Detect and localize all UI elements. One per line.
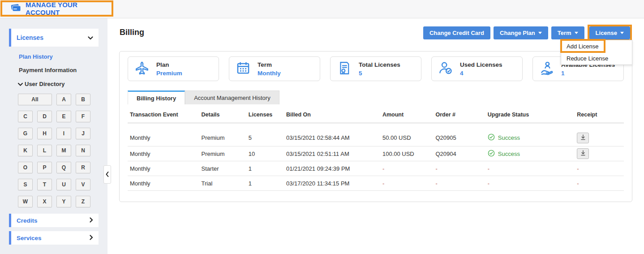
credits-label: Credits — [17, 217, 38, 224]
user-directory-label: User Directory — [25, 81, 65, 87]
table-row: MonthlyTrial103/17/2020 11:34:15 PM---- — [128, 176, 624, 191]
cell-billed-on: 03/17/2020 11:34:15 PM — [284, 180, 380, 187]
table-row: MonthlyStarter101/21/2021 09:24:39 PM---… — [128, 161, 624, 176]
sidebar-item-plan-history[interactable]: Plan History — [19, 53, 107, 60]
letter-button-m[interactable]: M — [56, 145, 71, 156]
cell-billed-on: 03/15/2021 02:58:44 AM — [284, 134, 380, 141]
letter-button-q[interactable]: Q — [56, 162, 71, 173]
download-icon — [580, 134, 586, 142]
change-plan-label: Change Plan — [500, 30, 535, 36]
wallet-icon — [10, 3, 22, 14]
check-circle-icon — [488, 133, 495, 142]
sidebar: Licenses Plan History Payment Informatio… — [0, 18, 107, 254]
letter-button-p[interactable]: P — [37, 162, 52, 173]
letter-button-g[interactable]: G — [18, 128, 33, 139]
term-button[interactable]: Term — [551, 26, 584, 39]
term-label: Term — [558, 30, 571, 36]
cell-upgrade-status: Success — [485, 133, 575, 142]
letter-button-l[interactable]: L — [37, 145, 52, 156]
caret-down-icon — [575, 32, 578, 34]
table-row: MonthlyPremium1003/15/2021 02:51:11 AM10… — [128, 146, 624, 161]
letter-button-all[interactable]: All — [18, 94, 52, 105]
sidebar-item-licenses[interactable]: Licenses — [9, 29, 99, 47]
download-receipt-button[interactable] — [577, 148, 589, 159]
menu-item-add-license[interactable]: Add License — [561, 40, 632, 52]
cell-upgrade-status: Success — [485, 150, 575, 158]
total-licenses-card: Total Licenses 5 — [330, 56, 421, 81]
user-check-icon — [438, 60, 453, 77]
main-content: Billing Change Credit Card Change Plan T… — [107, 18, 644, 254]
cell-billed-on: 01/21/2021 09:24:39 PM — [284, 165, 380, 172]
sidebar-item-credits[interactable]: Credits — [9, 214, 99, 227]
card-label: Used Licenses — [460, 60, 502, 69]
letter-button-h[interactable]: H — [37, 128, 52, 139]
cell-amount: 50.00 USD — [380, 134, 434, 141]
app-title: MANAGE YOUR ACCOUNT — [26, 1, 112, 16]
letter-button-j[interactable]: J — [76, 128, 90, 139]
sidebar-item-user-directory[interactable]: User Directory — [18, 81, 107, 87]
letter-button-w[interactable]: W — [18, 196, 33, 207]
cell-amount: 100.00 USD — [380, 151, 434, 157]
change-credit-card-button[interactable]: Change Credit Card — [423, 26, 490, 39]
add-license-label: Add License — [567, 43, 599, 50]
chevron-right-icon — [90, 217, 93, 224]
letter-button-c[interactable]: C — [18, 111, 33, 122]
cell-receipt: - — [575, 180, 624, 187]
cell-receipt — [575, 148, 624, 159]
change-plan-button[interactable]: Change Plan — [494, 26, 548, 39]
cell-details: Starter — [199, 165, 246, 172]
sidebar-item-payment-information[interactable]: Payment Information — [19, 67, 107, 73]
menu-item-reduce-license[interactable]: Reduce License — [561, 52, 632, 65]
download-icon — [580, 150, 586, 157]
letter-button-t[interactable]: T — [37, 179, 52, 190]
cell-order-number: - — [433, 165, 485, 172]
brand-highlight-box[interactable]: MANAGE YOUR ACCOUNT — [0, 0, 113, 17]
letter-button-v[interactable]: V — [76, 179, 90, 190]
letter-button-a[interactable]: A — [56, 94, 71, 105]
letter-button-d[interactable]: D — [37, 111, 52, 122]
table-row: MonthlyPremium503/15/2021 02:58:44 AM50.… — [128, 123, 624, 146]
cell-licenses: 5 — [246, 134, 284, 141]
letter-button-x[interactable]: X — [37, 196, 52, 207]
card-value: 1 — [561, 69, 615, 77]
cell-licenses: 1 — [246, 165, 284, 172]
sidebar-item-services[interactable]: Services — [9, 231, 99, 245]
card-label: Total Licenses — [359, 60, 400, 69]
status-success-label: Success — [498, 151, 520, 157]
cell-details: Premium — [199, 134, 246, 141]
letter-button-s[interactable]: S — [18, 179, 33, 190]
col-amount: Amount — [380, 112, 434, 118]
reduce-license-label: Reduce License — [567, 55, 608, 62]
letter-button-n[interactable]: N — [76, 145, 90, 156]
cell-upgrade-status: - — [485, 165, 575, 172]
license-button[interactable]: License — [589, 26, 630, 39]
letter-button-e[interactable]: E — [56, 111, 71, 122]
tab-account-management-history[interactable]: Account Management History — [185, 90, 279, 104]
letter-button-f[interactable]: F — [76, 111, 90, 122]
cell-upgrade-status: - — [485, 180, 575, 187]
billing-panel: Plan Premium — [119, 51, 632, 202]
tab-billing-history[interactable]: Billing History — [128, 90, 185, 104]
term-card: Term Monthly — [229, 56, 320, 81]
letter-button-b[interactable]: B — [76, 94, 90, 105]
letter-button-z[interactable]: Z — [76, 196, 90, 207]
letter-button-i[interactable]: I — [56, 128, 71, 139]
download-receipt-button[interactable] — [577, 133, 589, 143]
col-order-number: Order # — [433, 112, 485, 118]
letter-button-y[interactable]: Y — [56, 196, 71, 207]
sidebar-collapse-handle[interactable] — [103, 165, 111, 184]
caret-down-icon — [620, 32, 624, 34]
app-header: MANAGE YOUR ACCOUNT — [0, 0, 644, 18]
chevron-down-icon — [88, 34, 93, 41]
history-tabs: Billing History Account Management Histo… — [128, 90, 624, 104]
billing-actions: Change Credit Card Change Plan Term Lice… — [423, 25, 632, 41]
card-value: 4 — [460, 69, 502, 77]
hand-user-icon — [539, 60, 554, 77]
col-transaction-event: Transaction Event — [128, 112, 199, 118]
letter-button-o[interactable]: O — [18, 162, 33, 173]
letter-button-u[interactable]: U — [56, 179, 71, 190]
cell-amount: - — [380, 180, 434, 187]
letter-button-k[interactable]: K — [18, 145, 33, 156]
letter-button-r[interactable]: R — [76, 162, 90, 173]
card-value: 5 — [359, 69, 400, 77]
